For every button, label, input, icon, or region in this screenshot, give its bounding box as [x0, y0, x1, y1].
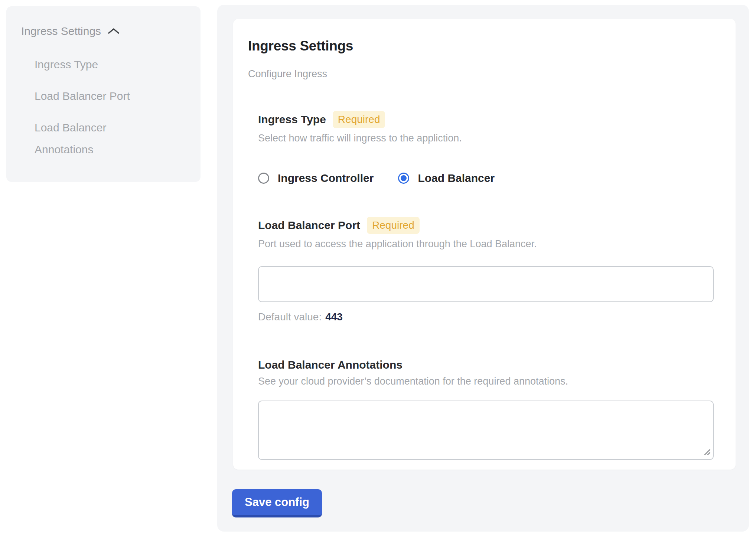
- default-value-label: Default value:: [258, 311, 322, 323]
- section-ingress-type: Ingress Type Required Select how traffic…: [258, 111, 712, 185]
- field-label-load-balancer-annotations: Load Balancer Annotations: [258, 359, 403, 371]
- sidebar-group-label: Ingress Settings: [21, 26, 101, 37]
- section-load-balancer-port: Load Balancer Port Required Port used to…: [258, 217, 712, 323]
- sidebar-group-ingress-settings[interactable]: Ingress Settings: [21, 26, 201, 37]
- annotations-textarea-wrap: [258, 401, 714, 460]
- field-label-load-balancer-port: Load Balancer Port: [258, 219, 360, 232]
- field-description-ingress-type: Select how traffic will ingress to the a…: [258, 133, 712, 144]
- ingress-settings-card: Ingress Settings Configure Ingress Ingre…: [233, 19, 736, 470]
- radio-label-load-balancer: Load Balancer: [418, 172, 495, 185]
- field-description-load-balancer-port: Port used to access the application thro…: [258, 238, 712, 250]
- sidebar-item-ingress-type[interactable]: Ingress Type: [35, 53, 157, 75]
- sidebar-items: Ingress Type Load Balancer Port Load Bal…: [35, 53, 201, 160]
- default-value: 443: [325, 311, 343, 323]
- main-panel: Ingress Settings Configure Ingress Ingre…: [217, 5, 749, 532]
- radio-ingress-controller[interactable]: Ingress Controller: [258, 172, 374, 185]
- page-title: Ingress Settings: [248, 38, 712, 53]
- chevron-up-icon: [108, 27, 120, 35]
- sidebar-item-load-balancer-port[interactable]: Load Balancer Port: [35, 85, 157, 107]
- radio-checked-icon: [398, 173, 409, 184]
- radio-label-ingress-controller: Ingress Controller: [278, 172, 374, 185]
- section-load-balancer-annotations: Load Balancer Annotations See your cloud…: [258, 359, 712, 460]
- radio-unchecked-icon: [258, 173, 269, 184]
- required-badge: Required: [333, 111, 385, 128]
- page: Ingress Settings Ingress Type Load Balan…: [0, 0, 756, 539]
- radio-load-balancer[interactable]: Load Balancer: [398, 172, 495, 185]
- required-badge: Required: [367, 217, 420, 234]
- default-value-line: Default value: 443: [258, 311, 712, 323]
- field-head-ingress-type: Ingress Type Required: [258, 111, 712, 128]
- field-head-load-balancer-port: Load Balancer Port Required: [258, 217, 712, 234]
- sidebar-item-load-balancer-annotations[interactable]: Load Balancer Annotations: [35, 117, 157, 160]
- ingress-type-radio-group: Ingress Controller Load Balancer: [258, 172, 712, 185]
- field-description-load-balancer-annotations: See your cloud provider’s documentation …: [258, 376, 712, 387]
- save-config-button[interactable]: Save config: [232, 489, 322, 517]
- load-balancer-port-input[interactable]: [258, 266, 714, 302]
- field-head-load-balancer-annotations: Load Balancer Annotations: [258, 359, 712, 371]
- load-balancer-annotations-textarea[interactable]: [258, 401, 714, 460]
- page-subtitle: Configure Ingress: [248, 68, 712, 80]
- field-label-ingress-type: Ingress Type: [258, 113, 326, 126]
- resize-handle-icon[interactable]: [704, 448, 711, 456]
- settings-nav-sidebar: Ingress Settings Ingress Type Load Balan…: [6, 6, 201, 182]
